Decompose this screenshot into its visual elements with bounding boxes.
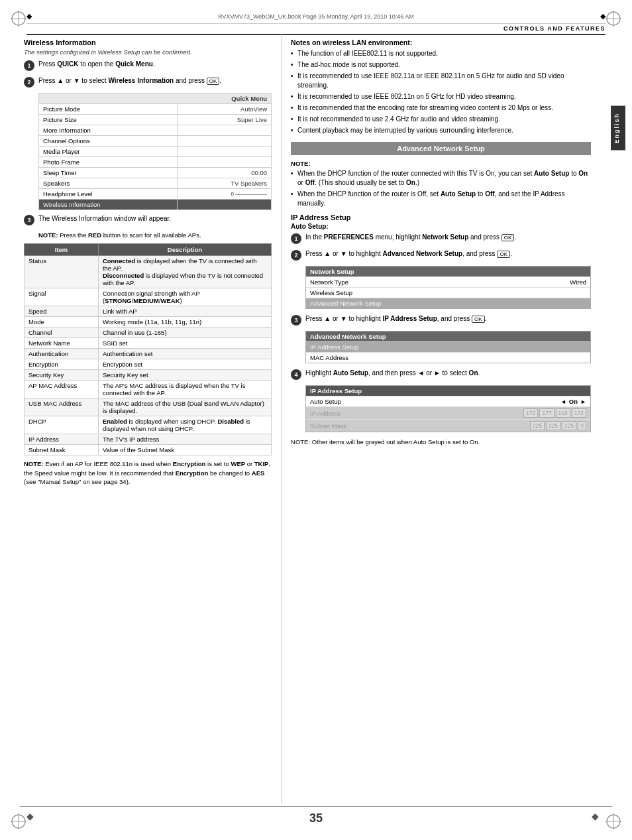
wireless-info-title: Wireless Information — [24, 38, 272, 46]
adv-step-1: 1 In the PREFERENCES menu, highlight Net… — [291, 233, 591, 244]
step-1-text: Press QUICK to open the Quick Menu. — [38, 60, 155, 69]
network-setup-box: Network Setup Network TypeWired Wireless… — [305, 266, 591, 309]
info-table: Item Description Status Connected is dis… — [24, 243, 272, 455]
bottom-note-left: NOTE: Even if an AP for IEEE 802.11n is … — [24, 459, 272, 486]
header-meta: RVXVMV73_WebOM_UK.book Page 35 Monday, A… — [218, 13, 414, 20]
adv-note-1: When the DHCP function of the router con… — [291, 169, 591, 188]
wireless-lan-note-4: It is recommended to use IEEE 802.11n on… — [291, 92, 591, 101]
adv-step-3-text: Press ▲ or ▼ to highlight IP Address Set… — [305, 314, 486, 324]
auto-setup-row: Auto Setup ◄ On ► — [306, 396, 590, 406]
wireless-lan-note-2: The ad-hoc mode is not supported. — [291, 60, 591, 70]
adv-network-sub-box: Advanced Network Setup IP Address Setup … — [305, 331, 591, 363]
ip-address-row: IP Address 172 177 118 172 — [306, 406, 590, 419]
step-1: 1 Press QUICK to open the Quick Menu. — [24, 60, 272, 71]
network-setup-box-header: Network Setup — [306, 267, 590, 276]
adv-step-number-1: 1 — [291, 233, 301, 244]
adv-network-setup-row: Advanced Network Setup — [306, 298, 590, 308]
adv-step-4-text: Highlight Auto Setup, and then press ◄ o… — [305, 369, 480, 378]
adv-step-number-2: 2 — [291, 250, 301, 261]
corner-mark-tl — [9, 9, 28, 28]
bottom-left-arrow: ◆ — [26, 811, 34, 821]
quick-menu-table: Quick Menu Picture ModeAutoView Picture … — [38, 93, 272, 210]
bottom-right-arrow: ◆ — [592, 811, 599, 821]
adv-step-number-3: 3 — [291, 315, 301, 326]
arrow-right-icon: ► — [580, 398, 586, 405]
adv-network-sub-header: Advanced Network Setup — [306, 331, 590, 341]
mac-address-row: MAC Address — [306, 352, 590, 363]
adv-step-3: 3 Press ▲ or ▼ to highlight IP Address S… — [291, 314, 591, 326]
column-divider — [281, 33, 282, 804]
step-number-2: 2 — [24, 77, 34, 88]
adv-note-box: NOTE: When the DHCP function of the rout… — [291, 159, 591, 208]
wireless-lan-note-5: It is recommended that the encoding rate… — [291, 103, 591, 113]
corner-mark-tr — [604, 9, 623, 28]
corner-mark-br — [604, 812, 623, 831]
network-type-row: Network TypeWired — [306, 276, 590, 287]
step-number-1: 1 — [24, 60, 34, 71]
step-2: 2 Press ▲ or ▼ to select Wireless Inform… — [24, 76, 272, 88]
header-right-arrow: ◆ — [600, 12, 606, 21]
ip-address-setup-box-header: IP Address Setup — [306, 386, 590, 396]
adv-network-setup-title: Advanced Network Setup — [291, 142, 591, 155]
wireless-lan-note-3: It is recommended to use IEEE 802.11a or… — [291, 72, 591, 90]
wireless-info-subtitle: The settings configured in Wireless Setu… — [24, 48, 272, 56]
step-3: 3 The Wireless Information window will a… — [24, 214, 272, 225]
step-number-3: 3 — [24, 215, 34, 225]
wireless-lan-note-1: The function of all IEEE802.11 is not su… — [291, 49, 591, 58]
arrow-left-icon: ◄ — [560, 398, 566, 405]
wireless-lan-notes-title: Notes on wireless LAN environment: — [291, 38, 591, 46]
step-3-text: The Wireless Information window will app… — [38, 214, 171, 223]
step-2-text: Press ▲ or ▼ to select Wireless Informat… — [38, 76, 221, 86]
bottom-rule — [20, 806, 612, 807]
page-number: 35 — [309, 811, 323, 825]
wireless-lan-note-6: It is not recommended to use 2.4 GHz for… — [291, 115, 591, 124]
language-tab: English — [611, 106, 625, 150]
bottom-note-right: NOTE: Other items will be grayed out whe… — [291, 438, 591, 446]
adv-step-2: 2 Press ▲ or ▼ to highlight Advanced Net… — [291, 249, 591, 261]
ip-address-setup-title: IP Address Setup — [291, 213, 591, 221]
ip-address-setup-row: IP Address Setup — [306, 341, 590, 352]
adv-step-1-text: In the PREFERENCES menu, highlight Netwo… — [305, 233, 516, 242]
header-left-arrow: ◆ — [26, 12, 32, 21]
wireless-lan-note-7: Content playback may be interrupted by v… — [291, 126, 591, 135]
wireless-setup-row: Wireless Setup — [306, 287, 590, 298]
subnet-mask-row: Subnet Mask 225 225 225 0 — [306, 419, 590, 432]
section-header: CONTROLS AND FEATURES — [503, 25, 606, 32]
ip-address-setup-box: IP Address Setup Auto Setup ◄ On ► IP Ad… — [305, 385, 591, 432]
auto-setup-subtitle: Auto Setup: — [291, 223, 591, 230]
adv-step-number-4: 4 — [291, 369, 301, 380]
wireless-lan-notes-list: The function of all IEEE802.11 is not su… — [291, 49, 591, 135]
adv-note-2: When the DHCP function of the router is … — [291, 190, 591, 208]
corner-mark-bl — [9, 812, 28, 831]
adv-step-2-text: Press ▲ or ▼ to highlight Advanced Netwo… — [305, 249, 512, 259]
note-red-button: NOTE: Press the RED button to scan for a… — [38, 231, 272, 239]
adv-step-4: 4 Highlight Auto Setup, and then press ◄… — [291, 369, 591, 380]
